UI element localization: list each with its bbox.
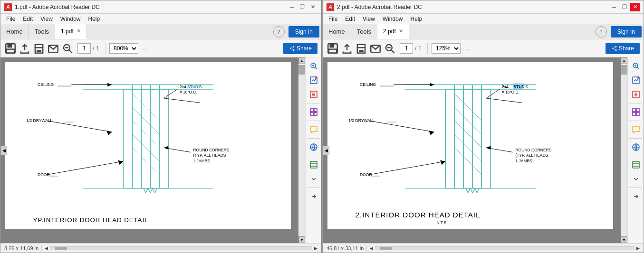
compare-btn-2[interactable] bbox=[629, 88, 643, 101]
comment-btn-1[interactable] bbox=[307, 123, 320, 136]
tab-active-1[interactable]: 1.pdf ✕ bbox=[55, 24, 87, 39]
hscroll-left-2[interactable]: ◀ bbox=[370, 246, 373, 251]
grid-btn-2[interactable] bbox=[629, 158, 643, 171]
grid-btn-1[interactable] bbox=[307, 158, 320, 171]
pdf-page-1: CEILING 1/2 DRYWALL DOOR bbox=[5, 62, 291, 229]
scroll-down-sidebar-2[interactable] bbox=[629, 172, 643, 186]
menu-view-1[interactable]: View bbox=[37, 15, 57, 23]
sign-in-btn-2[interactable]: Sign In bbox=[611, 26, 642, 37]
svg-rect-66 bbox=[329, 49, 336, 53]
pdf-viewer-1[interactable]: ◀ bbox=[0, 57, 305, 243]
svg-line-98 bbox=[486, 98, 522, 103]
page-sep-1: / bbox=[93, 45, 94, 52]
tab-active-2[interactable]: 2.pdf ✕ bbox=[377, 24, 409, 39]
print-btn-1[interactable] bbox=[33, 42, 45, 55]
email-btn-1[interactable] bbox=[47, 42, 59, 55]
hscroll-right-2[interactable]: ▶ bbox=[636, 246, 640, 251]
help-btn-2[interactable]: ? bbox=[596, 26, 607, 37]
scroll-track-2[interactable] bbox=[621, 64, 627, 236]
share-btn-1[interactable]: Share bbox=[283, 43, 317, 54]
layout-btn-2[interactable] bbox=[629, 105, 643, 119]
sign-in-btn-1[interactable]: Sign In bbox=[288, 26, 319, 37]
menu-help-2[interactable]: Help bbox=[407, 15, 426, 23]
print-btn-2[interactable] bbox=[355, 42, 367, 55]
dimensions-2: 46,81 x 33,11 in bbox=[327, 245, 364, 251]
window-controls-1: ─ ❐ ✕ bbox=[287, 3, 317, 11]
close-btn-2[interactable]: ✕ bbox=[630, 3, 640, 11]
minimize-btn-2[interactable]: ─ bbox=[609, 3, 619, 11]
vscroll-2[interactable]: ▲ ▼ bbox=[621, 57, 627, 243]
zoom-select-1[interactable]: 800% 125% 100% 75% 50% bbox=[109, 43, 138, 54]
left-panel-arrow-2[interactable]: ◀ bbox=[323, 146, 329, 155]
upload-btn-1[interactable] bbox=[19, 42, 31, 55]
panel-toggle-1[interactable] bbox=[307, 190, 320, 203]
help-btn-1[interactable]: ? bbox=[273, 26, 285, 37]
save-btn-2[interactable] bbox=[327, 42, 339, 55]
tab-bar-2: Home Tools 2.pdf ✕ ? Sign In bbox=[323, 24, 644, 39]
pdf-viewer-2[interactable]: ◀ bbox=[323, 57, 627, 243]
zoom-tools-btn-2[interactable] bbox=[629, 59, 643, 73]
page-input-2[interactable] bbox=[400, 43, 413, 54]
hscroll-track-2[interactable] bbox=[375, 246, 634, 250]
menu-window-2[interactable]: Window bbox=[379, 15, 407, 23]
compare-btn-1[interactable] bbox=[307, 88, 320, 101]
scroll-down-sidebar-1[interactable] bbox=[307, 172, 320, 186]
panel-toggle-2[interactable] bbox=[629, 190, 643, 203]
svg-text:2x4  STUD'S: 2x4 STUD'S bbox=[180, 84, 202, 89]
menu-file-2[interactable]: File bbox=[325, 15, 341, 23]
enhance-btn-2[interactable] bbox=[629, 74, 643, 87]
more-btn-1[interactable]: ... bbox=[140, 44, 151, 53]
menu-file-1[interactable]: File bbox=[2, 15, 19, 23]
svg-line-34 bbox=[164, 98, 200, 103]
page-input-1[interactable]: 1 bbox=[77, 43, 91, 54]
scroll-thumb-2 bbox=[621, 65, 627, 75]
title-bar-1: 1.pdf - Adobe Acrobat Reader DC ─ ❐ ✕ bbox=[0, 0, 321, 14]
minimize-btn-1[interactable]: ─ bbox=[287, 3, 297, 11]
comment-btn-2[interactable] bbox=[629, 123, 643, 136]
scroll-down-1[interactable]: ▼ bbox=[298, 236, 305, 243]
menu-help-1[interactable]: Help bbox=[85, 15, 104, 23]
hscroll-right-1[interactable]: ▶ bbox=[314, 246, 317, 251]
left-panel-arrow-1[interactable]: ◀ bbox=[0, 146, 7, 155]
zoom-out-btn-2[interactable] bbox=[384, 42, 396, 55]
svg-point-117 bbox=[637, 77, 639, 79]
menu-window-1[interactable]: Window bbox=[57, 15, 85, 23]
svg-text:DOOR: DOOR bbox=[360, 172, 372, 177]
zoom-select-2[interactable]: 125% 800% 100% 75% 50% bbox=[432, 43, 461, 54]
hscroll-left-1[interactable]: ◀ bbox=[45, 246, 48, 251]
scroll-down-2[interactable]: ▼ bbox=[621, 236, 627, 243]
save-btn-1[interactable] bbox=[4, 42, 17, 55]
more-btn-2[interactable]: ... bbox=[462, 44, 473, 53]
restore-btn-1[interactable]: ❐ bbox=[298, 3, 307, 11]
zoom-tools-btn-1[interactable] bbox=[307, 59, 320, 73]
menu-edit-1[interactable]: Edit bbox=[19, 15, 37, 23]
tab-close-2[interactable]: ✕ bbox=[399, 28, 403, 34]
email-btn-2[interactable] bbox=[369, 42, 382, 55]
tab-close-1[interactable]: ✕ bbox=[77, 28, 81, 34]
scroll-up-1[interactable]: ▲ bbox=[298, 57, 305, 64]
svg-text:1  JAMBS: 1 JAMBS bbox=[193, 159, 210, 163]
translate-btn-1[interactable] bbox=[307, 141, 320, 154]
svg-line-80 bbox=[454, 107, 481, 134]
translate-btn-2[interactable] bbox=[629, 141, 643, 154]
dimensions-1: 8,26 x 11,69 in bbox=[4, 245, 38, 251]
tab-home-1[interactable]: Home bbox=[0, 24, 29, 39]
menu-edit-2[interactable]: Edit bbox=[341, 15, 359, 23]
scroll-track-1[interactable] bbox=[298, 64, 305, 236]
tab-home-2[interactable]: Home bbox=[323, 24, 351, 39]
window-title-2: 2.pdf - Adobe Acrobat Reader DC bbox=[337, 4, 422, 10]
restore-btn-2[interactable]: ❐ bbox=[620, 3, 629, 11]
zoom-out-btn-1[interactable] bbox=[61, 42, 74, 55]
menu-view-2[interactable]: View bbox=[359, 15, 379, 23]
layout-btn-1[interactable] bbox=[307, 105, 320, 119]
vscroll-1[interactable]: ▲ ▼ bbox=[298, 57, 305, 243]
close-btn-1[interactable]: ✕ bbox=[308, 3, 317, 11]
upload-btn-2[interactable] bbox=[341, 42, 353, 55]
hscroll-track-1[interactable] bbox=[50, 246, 312, 250]
scroll-up-2[interactable]: ▲ bbox=[621, 57, 627, 64]
tab-tools-2[interactable]: Tools bbox=[351, 24, 377, 39]
enhance-btn-1[interactable] bbox=[307, 74, 320, 87]
share-btn-2[interactable]: Share bbox=[606, 43, 640, 54]
svg-line-19 bbox=[132, 148, 159, 175]
tab-tools-1[interactable]: Tools bbox=[29, 24, 55, 39]
